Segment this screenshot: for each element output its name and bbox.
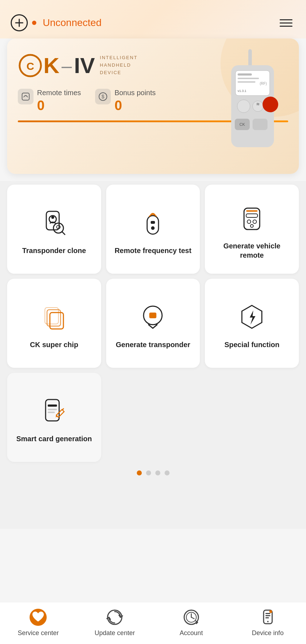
dot-3[interactable] bbox=[155, 470, 160, 475]
header-left: Unconnected bbox=[11, 14, 102, 31]
ck-super-chip-item[interactable]: CK super chip bbox=[7, 279, 101, 368]
device-info-label: Device info bbox=[252, 629, 284, 637]
svg-rect-17 bbox=[253, 119, 268, 130]
bonus-points-stat: $ Bonus points 0 bbox=[95, 89, 156, 113]
svg-point-35 bbox=[250, 225, 253, 227]
device-info-icon bbox=[259, 608, 277, 627]
svg-point-24 bbox=[51, 216, 54, 219]
brand-dash: – bbox=[62, 55, 72, 76]
empty-slot-1 bbox=[106, 373, 200, 462]
svg-rect-7 bbox=[238, 73, 252, 76]
svg-rect-45 bbox=[48, 412, 55, 413]
svg-point-29 bbox=[151, 226, 155, 230]
brand-k: K bbox=[43, 55, 59, 77]
transponder-clone-icon bbox=[38, 207, 70, 239]
device-image: (RF) v1.3.1 CK ≋ bbox=[221, 49, 292, 156]
svg-point-56 bbox=[267, 621, 269, 622]
svg-text:≋: ≋ bbox=[256, 102, 260, 107]
smart-card-generation-label: Smart card generation bbox=[16, 434, 92, 443]
svg-point-33 bbox=[247, 220, 251, 223]
special-function-icon bbox=[236, 301, 268, 333]
remote-times-value: 0 bbox=[37, 98, 81, 113]
svg-rect-19 bbox=[22, 93, 29, 100]
svg-rect-31 bbox=[246, 210, 258, 212]
brand-ck: C bbox=[18, 53, 43, 78]
special-function-item[interactable]: Special function bbox=[205, 279, 299, 368]
remote-times-label: Remote times bbox=[37, 89, 81, 97]
brand-subtitle: INTELLIGENT HANDHELD DEVICE bbox=[100, 54, 138, 76]
banner-card: C K – IV INTELLIGENT HANDHELD DEVICE bbox=[7, 38, 299, 174]
generate-vehicle-remote-label: Generate vehicle remote bbox=[211, 241, 293, 260]
bonus-points-label: Bonus points bbox=[114, 89, 156, 97]
nav-service-center[interactable]: Service center bbox=[0, 608, 77, 637]
smart-card-generation-icon bbox=[38, 395, 70, 427]
nav-account[interactable]: Account bbox=[153, 608, 230, 637]
bottom-spacer bbox=[7, 483, 299, 525]
service-center-label: Service center bbox=[18, 629, 59, 637]
svg-rect-22 bbox=[46, 211, 59, 230]
dot-1[interactable] bbox=[137, 470, 142, 475]
svg-rect-40 bbox=[149, 313, 156, 318]
add-button[interactable] bbox=[11, 14, 28, 31]
svg-text:C: C bbox=[26, 60, 34, 72]
svg-rect-44 bbox=[48, 409, 57, 410]
generate-transponder-icon bbox=[137, 301, 169, 333]
plus-icon bbox=[15, 18, 24, 27]
nav-device-info[interactable]: Device info bbox=[229, 608, 306, 637]
svg-point-57 bbox=[269, 610, 272, 613]
svg-text:$: $ bbox=[102, 94, 104, 99]
grid-row-2: CK super chip Generate transponder bbox=[7, 279, 299, 368]
update-center-icon bbox=[105, 608, 124, 627]
generate-vehicle-remote-icon bbox=[236, 202, 268, 234]
transponder-clone-label: Transponder clone bbox=[22, 246, 86, 255]
svg-rect-54 bbox=[265, 615, 270, 616]
remote-frequency-test-item[interactable]: Remote frequency test bbox=[106, 185, 200, 274]
svg-rect-8 bbox=[238, 78, 259, 79]
svg-rect-32 bbox=[246, 214, 258, 217]
svg-rect-55 bbox=[265, 617, 269, 618]
device-svg: (RF) v1.3.1 CK ≋ bbox=[221, 49, 285, 153]
brand-iv: IV bbox=[74, 53, 95, 78]
generate-transponder-label: Generate transponder bbox=[116, 340, 190, 349]
dot-4[interactable] bbox=[165, 470, 170, 475]
update-center-label: Update center bbox=[95, 629, 135, 637]
generate-transponder-item[interactable]: Generate transponder bbox=[106, 279, 200, 368]
smart-card-generation-item[interactable]: Smart card generation bbox=[7, 373, 101, 462]
remote-frequency-test-label: Remote frequency test bbox=[115, 246, 192, 255]
remote-times-info: Remote times 0 bbox=[37, 89, 81, 113]
account-icon bbox=[182, 608, 201, 627]
header: Unconnected bbox=[0, 0, 306, 38]
connection-status: Unconnected bbox=[43, 17, 102, 29]
svg-point-12 bbox=[237, 100, 250, 113]
svg-text:(RF): (RF) bbox=[260, 82, 267, 86]
svg-rect-27 bbox=[147, 216, 159, 234]
ck-super-chip-label: CK super chip bbox=[30, 340, 78, 349]
remote-frequency-test-icon bbox=[137, 207, 169, 239]
svg-rect-28 bbox=[151, 221, 155, 224]
ck-super-chip-icon bbox=[38, 301, 70, 333]
grid-section: Transponder clone Remote frequency test bbox=[0, 181, 306, 529]
remote-times-stat: Remote times 0 bbox=[18, 89, 81, 113]
remote-times-icon bbox=[18, 89, 33, 104]
brand-logo-svg: C bbox=[18, 53, 43, 78]
svg-text:CK: CK bbox=[239, 122, 245, 127]
bonus-points-icon: $ bbox=[95, 89, 111, 104]
menu-button[interactable] bbox=[277, 16, 295, 30]
svg-rect-43 bbox=[48, 405, 57, 407]
svg-rect-4 bbox=[248, 49, 252, 67]
status-dot bbox=[32, 21, 36, 25]
nav-update-center[interactable]: Update center bbox=[77, 608, 153, 637]
service-center-icon bbox=[29, 608, 47, 627]
dot-2[interactable] bbox=[146, 470, 151, 475]
grid-row-1: Transponder clone Remote frequency test bbox=[7, 185, 299, 274]
transponder-clone-item[interactable]: Transponder clone bbox=[7, 185, 101, 274]
account-label: Account bbox=[180, 629, 203, 637]
svg-point-34 bbox=[253, 220, 256, 223]
bonus-points-value: 0 bbox=[114, 98, 156, 113]
grid-row-3: Smart card generation bbox=[7, 373, 299, 462]
special-function-label: Special function bbox=[224, 340, 279, 349]
pagination-dots bbox=[7, 467, 299, 483]
generate-vehicle-remote-item[interactable]: Generate vehicle remote bbox=[205, 185, 299, 274]
svg-rect-53 bbox=[265, 613, 270, 614]
empty-slot-2 bbox=[205, 373, 299, 462]
